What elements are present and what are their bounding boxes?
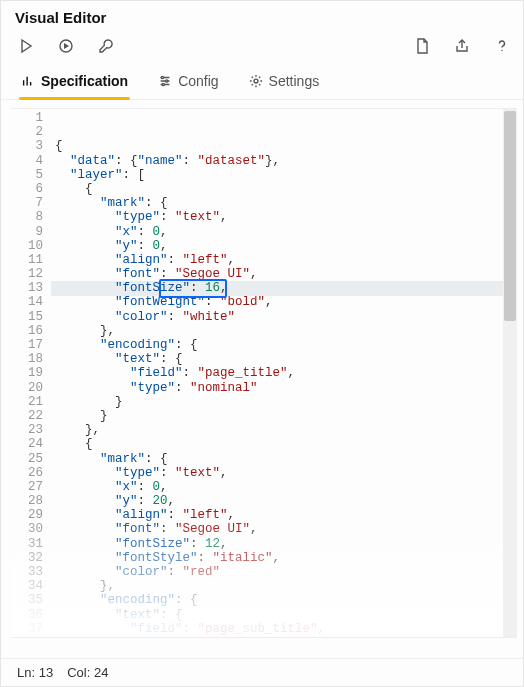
status-col-value: 24 <box>94 665 108 680</box>
code-line[interactable]: } <box>55 409 517 423</box>
gutter-line-number: 28 <box>11 494 43 508</box>
code-line[interactable]: ▾{ <box>55 139 517 153</box>
code-line[interactable]: ▾ "text": { <box>55 608 517 622</box>
tab-settings[interactable]: Settings <box>247 67 322 99</box>
sliders-icon <box>158 74 172 88</box>
panel-title: Visual Editor <box>15 9 106 26</box>
tab-specification[interactable]: Specification <box>19 67 130 99</box>
code-line[interactable]: "align": "left", <box>55 253 517 267</box>
code-line[interactable]: "data": {"name": "dataset"}, <box>55 154 517 168</box>
gutter-line-number: 33 <box>11 565 43 579</box>
gutter-line-number: 17 <box>11 338 43 352</box>
status-bar: Ln: 13 Col: 24 <box>1 658 523 686</box>
gutter-line-number: 3 <box>11 139 43 153</box>
wrench-icon[interactable] <box>97 37 115 55</box>
run-cycle-icon[interactable] <box>57 37 75 55</box>
code-line[interactable]: "y": 0, <box>55 239 517 253</box>
gutter-line-number: 25 <box>11 452 43 466</box>
code-line[interactable]: }, <box>55 579 517 593</box>
code-line[interactable]: "font": "Segoe UI", <box>55 267 517 281</box>
code-line[interactable]: "y": 20, <box>55 494 517 508</box>
help-icon[interactable] <box>493 37 511 55</box>
code-line[interactable]: "type": "nominal" <box>55 636 517 637</box>
svg-point-3 <box>166 80 168 82</box>
status-ln-value: 13 <box>39 665 53 680</box>
gutter-line-number: 34 <box>11 579 43 593</box>
code-line[interactable]: ▾ { <box>55 437 517 451</box>
code-line[interactable]: "color": "white" <box>55 310 517 324</box>
code-line[interactable]: "fontSize": 12, <box>55 537 517 551</box>
new-file-icon[interactable] <box>413 37 431 55</box>
code-line[interactable]: "type": "text", <box>55 466 517 480</box>
gutter-line-number: 35 <box>11 593 43 607</box>
gutter-line-number: 20 <box>11 381 43 395</box>
gutter-line-number: 13 <box>11 281 43 295</box>
gutter-line-number: 6 <box>11 182 43 196</box>
gutter-line-number: 36 <box>11 608 43 622</box>
status-col-label: Col: <box>67 665 90 680</box>
gutter-line-number: 10 <box>11 239 43 253</box>
bar-chart-icon <box>21 74 35 88</box>
play-icon[interactable] <box>17 37 35 55</box>
gutter-line-number: 32 <box>11 551 43 565</box>
code-line[interactable]: "type": "text", <box>55 210 517 224</box>
code-line[interactable]: ▾ "mark": { <box>55 452 517 466</box>
gutter-line-number: 14 <box>11 295 43 309</box>
code-line[interactable]: "type": "nominal" <box>55 381 517 395</box>
gutter-line-number: 26 <box>11 466 43 480</box>
svg-point-1 <box>501 50 502 51</box>
gutter-line-number: 30 <box>11 522 43 536</box>
code-line[interactable]: ▾ "layer": [ <box>55 168 517 182</box>
tab-config[interactable]: Config <box>156 67 220 99</box>
tab-label: Specification <box>41 73 128 89</box>
gutter-line-number: 7 <box>11 196 43 210</box>
gutter-line-number: 23 <box>11 423 43 437</box>
collapse-panel-button[interactable] <box>503 7 511 27</box>
gutter-line-number: 1 <box>11 111 43 125</box>
gutter-line-number: 15 <box>11 310 43 324</box>
code-line[interactable]: "field": "page_sub_title", <box>55 622 517 636</box>
code-line[interactable]: "x": 0, <box>55 225 517 239</box>
code-line[interactable]: ▾ "encoding": { <box>55 338 517 352</box>
gutter-line-number: 24 <box>11 437 43 451</box>
gutter-line-number: 29 <box>11 508 43 522</box>
svg-point-2 <box>161 76 163 78</box>
code-line[interactable]: }, <box>55 423 517 437</box>
code-line[interactable]: "fontSize": 16, <box>55 281 517 295</box>
gutter-line-number: 12 <box>11 267 43 281</box>
gutter-line-number: 8 <box>11 210 43 224</box>
gutter-line-number: 9 <box>11 225 43 239</box>
svg-point-4 <box>162 83 164 85</box>
gutter-line-number: 18 <box>11 352 43 366</box>
code-line[interactable]: "align": "left", <box>55 508 517 522</box>
code-line[interactable]: "fontWeight": "bold", <box>55 295 517 309</box>
gutter-line-number: 22 <box>11 409 43 423</box>
export-icon[interactable] <box>453 37 471 55</box>
code-line[interactable]: "font": "Segoe UI", <box>55 522 517 536</box>
code-line[interactable]: ▾ "mark": { <box>55 196 517 210</box>
code-line[interactable]: "fontStyle": "italic", <box>55 551 517 565</box>
code-line[interactable]: "field": "page_title", <box>55 366 517 380</box>
gutter-line-number: 5 <box>11 168 43 182</box>
code-line[interactable]: }, <box>55 324 517 338</box>
gutter-line-number: 21 <box>11 395 43 409</box>
tab-label: Settings <box>269 73 320 89</box>
gutter-line-number: 19 <box>11 366 43 380</box>
code-line[interactable]: } <box>55 395 517 409</box>
gutter-line-number: 4 <box>11 154 43 168</box>
code-line[interactable]: "x": 0, <box>55 480 517 494</box>
gutter-line-number: 27 <box>11 480 43 494</box>
code-editor[interactable]: 1234567891011121314151617181920212223242… <box>11 108 517 638</box>
gear-icon <box>249 74 263 88</box>
status-ln-label: Ln: <box>17 665 35 680</box>
gutter-line-number: 31 <box>11 537 43 551</box>
gutter-line-number: 37 <box>11 622 43 636</box>
gutter-line-number: 16 <box>11 324 43 338</box>
gutter-line-number: 2 <box>11 125 43 139</box>
code-line[interactable]: ▾ "text": { <box>55 352 517 366</box>
code-line[interactable]: "color": "red" <box>55 565 517 579</box>
svg-point-5 <box>254 79 258 83</box>
code-line[interactable]: ▾ "encoding": { <box>55 593 517 607</box>
code-line[interactable]: ▾ { <box>55 182 517 196</box>
tab-label: Config <box>178 73 218 89</box>
